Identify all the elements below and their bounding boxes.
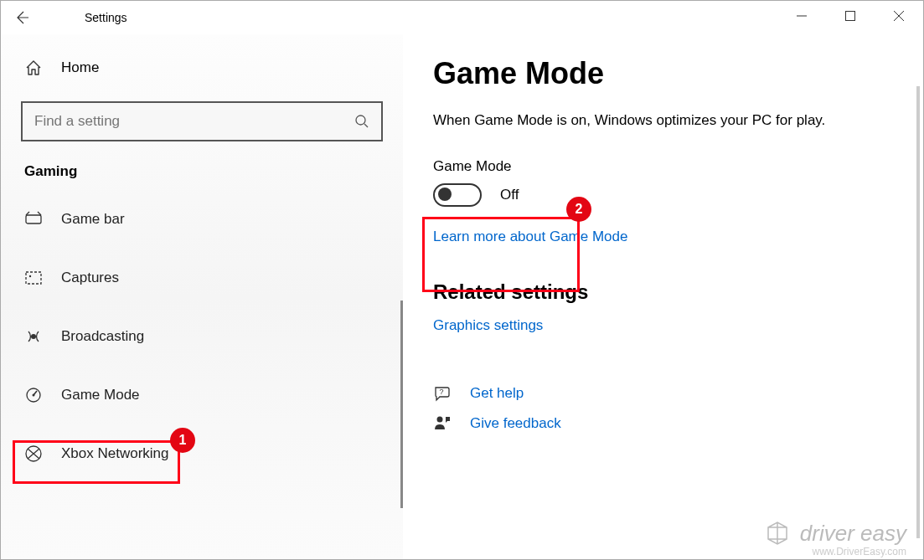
- close-button[interactable]: [875, 1, 923, 31]
- sidebar: Home Gaming Game bar Captures: [1, 34, 403, 559]
- search-icon: [354, 114, 369, 129]
- help-icon: ?: [433, 384, 452, 403]
- game-bar-icon: [24, 210, 43, 229]
- gauge-icon: [24, 386, 43, 404]
- page-title: Game Mode: [433, 56, 890, 91]
- svg-rect-0: [846, 12, 855, 21]
- svg-point-4: [29, 275, 31, 277]
- svg-rect-3: [26, 272, 41, 284]
- svg-point-5: [31, 334, 36, 339]
- get-help-link[interactable]: Get help: [470, 385, 524, 402]
- broadcasting-icon: [24, 327, 43, 346]
- back-button[interactable]: [1, 1, 43, 34]
- feedback-icon: [433, 414, 452, 433]
- sidebar-item-label: Game bar: [61, 211, 125, 228]
- sidebar-item-xbox-networking[interactable]: Xbox Networking: [1, 424, 403, 483]
- page-description: When Game Mode is on, Windows optimizes …: [433, 110, 890, 131]
- search-box[interactable]: [21, 101, 383, 141]
- learn-more-link[interactable]: Learn more about Game Mode: [433, 229, 627, 245]
- sidebar-item-label: Broadcasting: [61, 328, 144, 345]
- toggle-label: Game Mode: [433, 158, 591, 175]
- game-mode-toggle-section: Game Mode Off: [433, 153, 591, 215]
- graphics-settings-link[interactable]: Graphics settings: [433, 317, 543, 334]
- maximize-button[interactable]: [826, 1, 875, 31]
- svg-point-10: [437, 416, 443, 422]
- related-settings-heading: Related settings: [433, 280, 890, 304]
- svg-text:?: ?: [439, 388, 443, 396]
- toggle-knob: [438, 188, 452, 201]
- sidebar-item-game-bar[interactable]: Game bar: [1, 190, 403, 249]
- sidebar-item-label: Xbox Networking: [61, 445, 169, 462]
- xbox-icon: [24, 444, 43, 463]
- main-panel: Game Mode When Game Mode is on, Windows …: [403, 34, 923, 559]
- window-title: Settings: [85, 11, 127, 24]
- main-scrollbar[interactable]: [916, 86, 920, 538]
- sidebar-item-broadcasting[interactable]: Broadcasting: [1, 307, 403, 366]
- home-nav[interactable]: Home: [1, 43, 403, 93]
- svg-point-1: [356, 116, 365, 125]
- minimize-button[interactable]: [777, 1, 826, 31]
- home-label: Home: [61, 59, 99, 76]
- toggle-state: Off: [500, 187, 519, 203]
- svg-rect-2: [26, 215, 41, 223]
- captures-icon: [24, 269, 43, 287]
- sidebar-category: Gaming: [24, 163, 403, 180]
- home-icon: [24, 59, 43, 77]
- search-input[interactable]: [34, 113, 354, 130]
- sidebar-item-label: Captures: [61, 270, 119, 286]
- give-feedback-link[interactable]: Give feedback: [470, 415, 561, 432]
- svg-point-7: [33, 394, 35, 397]
- game-mode-toggle[interactable]: [433, 183, 482, 207]
- sidebar-item-captures[interactable]: Captures: [1, 249, 403, 307]
- sidebar-item-label: Game Mode: [61, 387, 140, 403]
- sidebar-item-game-mode[interactable]: Game Mode: [1, 366, 403, 424]
